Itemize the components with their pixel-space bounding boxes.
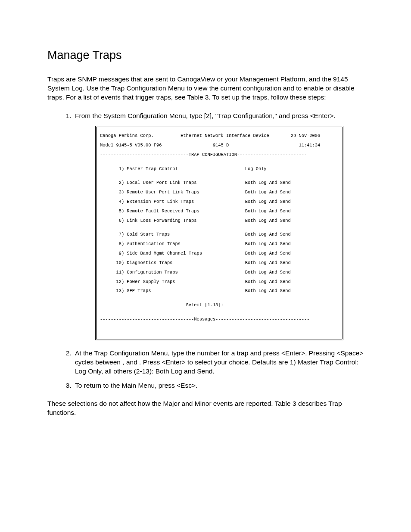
term-line: 13) SFP Traps Both Log And Send — [100, 289, 339, 293]
term-line: ---------------------------------TRAP CO… — [100, 152, 339, 157]
term-line: Select [1-13]: — [100, 303, 339, 308]
term-line: 2) Local User Port Link Traps Both Log A… — [100, 180, 339, 185]
term-line: 7) Cold Start Traps Both Log And Send — [100, 232, 339, 237]
term-line: 5) Remote Fault Received Traps Both Log … — [100, 209, 339, 214]
term-line: -----------------------------------Messa… — [100, 317, 339, 322]
term-line: 12) Power Supply Traps Both Log And Send — [100, 280, 339, 284]
step-3: To return to the Main Menu, press <Esc>. — [73, 381, 364, 390]
term-line: 3) Remote User Port Link Traps Both Log … — [100, 190, 339, 195]
term-line: 1) Master Trap Control Log Only — [100, 167, 339, 171]
step-1: From the System Configuration Menu, type… — [73, 112, 364, 340]
term-line: 4) Extension Port Link Traps Both Log An… — [100, 199, 339, 204]
intro-paragraph: Traps are SNMP messages that are sent to… — [47, 75, 364, 102]
term-line: 8) Authentication Traps Both Log And Sen… — [100, 242, 339, 246]
steps-list: From the System Configuration Menu, type… — [47, 112, 364, 390]
step-2: At the Trap Configuration Menu, type the… — [73, 349, 364, 376]
term-line: 11) Configuration Traps Both Log And Sen… — [100, 270, 339, 275]
step-1-text: From the System Configuration Menu, type… — [75, 112, 336, 119]
closing-paragraph: These selections do not affect how the M… — [47, 399, 364, 417]
terminal-screenshot: Canoga Perkins Corp. Ethernet Network In… — [95, 126, 343, 340]
term-line: Model 9145-5 V05.00 F96 9145 D 11:41:34 — [100, 143, 339, 148]
page-title: Manage Traps — [47, 47, 364, 63]
term-line: 6) Link Loss Forwarding Traps Both Log A… — [100, 218, 339, 223]
term-line: Canoga Perkins Corp. Ethernet Network In… — [100, 134, 339, 138]
term-line: 10) Diagnostics Traps Both Log And Send — [100, 261, 339, 265]
term-line: 9) Side Band Mgmt Channel Traps Both Log… — [100, 251, 339, 256]
